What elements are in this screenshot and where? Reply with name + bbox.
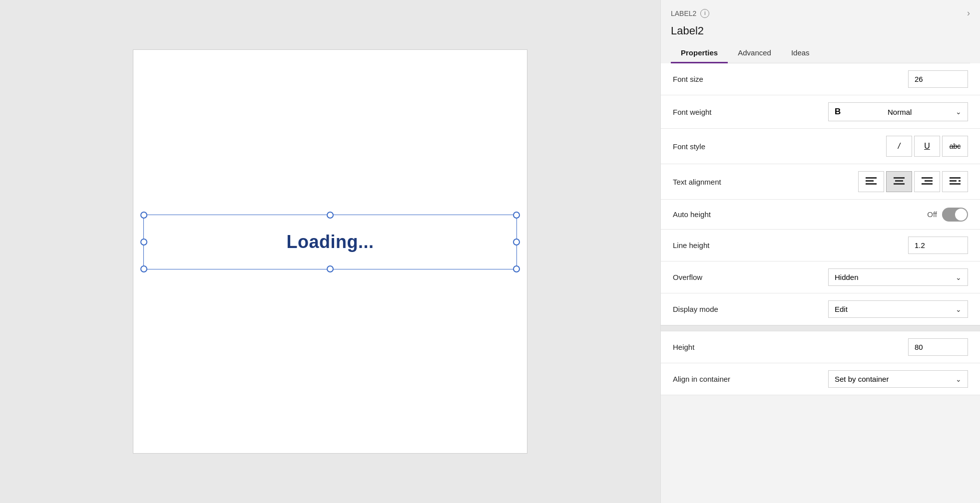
- bold-icon: B: [835, 107, 841, 117]
- overflow-chevron-icon: ⌄: [956, 273, 962, 281]
- font-size-input[interactable]: [908, 70, 968, 88]
- line-height-value: [783, 237, 968, 254]
- align-in-container-selected: Set by container: [835, 375, 889, 383]
- canvas-frame: Loading...: [133, 49, 527, 454]
- align-left-icon: [866, 177, 877, 186]
- font-weight-value: B Normal ⌄: [783, 102, 968, 121]
- svg-rect-3: [894, 177, 905, 179]
- right-panel: LABEL2 i › Label2 Properties Advanced Id…: [660, 0, 980, 503]
- svg-rect-7: [925, 180, 933, 182]
- properties-list: Font size Font weight B Normal ⌄ Font st…: [661, 63, 980, 503]
- align-justify-button[interactable]: [942, 171, 968, 192]
- align-justify-icon: [950, 177, 961, 186]
- align-center-button[interactable]: [886, 171, 912, 192]
- font-weight-chevron-icon: ⌄: [956, 108, 962, 116]
- svg-rect-9: [950, 177, 961, 179]
- line-height-label: Line height: [673, 241, 783, 250]
- prop-font-weight: Font weight B Normal ⌄: [661, 95, 980, 129]
- font-weight-label: Font weight: [673, 108, 783, 116]
- align-in-container-label: Align in container: [673, 375, 783, 383]
- svg-rect-6: [922, 177, 933, 179]
- display-mode-label: Display mode: [673, 305, 783, 313]
- prop-overflow: Overflow Hidden ⌄: [661, 261, 980, 293]
- align-in-container-dropdown[interactable]: Set by container ⌄: [828, 370, 968, 388]
- breadcrumb-label: LABEL2: [671, 9, 696, 17]
- handle-bot-right[interactable]: [513, 265, 520, 272]
- prop-text-alignment: Text alignment: [661, 164, 980, 200]
- line-height-input[interactable]: [908, 237, 968, 254]
- text-alignment-label: Text alignment: [673, 178, 783, 186]
- font-weight-dropdown[interactable]: B Normal ⌄: [828, 102, 968, 121]
- font-size-value: [783, 70, 968, 88]
- chevron-right-icon[interactable]: ›: [967, 8, 970, 18]
- svg-rect-5: [894, 183, 905, 185]
- align-right-button[interactable]: [914, 171, 940, 192]
- display-mode-value: Edit ⌄: [783, 300, 968, 318]
- text-alignment-value: [783, 171, 968, 192]
- auto-height-toggle[interactable]: [942, 208, 968, 222]
- overflow-selected: Hidden: [835, 273, 859, 281]
- align-btn-group: [858, 171, 968, 192]
- prop-align-in-container: Align in container Set by container ⌄: [661, 363, 980, 395]
- section-divider: [661, 325, 980, 331]
- handle-top-mid[interactable]: [327, 212, 334, 219]
- align-right-icon: [922, 177, 933, 186]
- prop-font-style: Font style / U abc: [661, 129, 980, 164]
- strikethrough-button[interactable]: abc: [942, 136, 968, 157]
- handle-top-right[interactable]: [513, 212, 520, 219]
- panel-title: Label2: [671, 21, 970, 43]
- svg-rect-1: [866, 180, 874, 182]
- svg-rect-12: [959, 180, 961, 182]
- panel-header: LABEL2 i › Label2 Properties Advanced Id…: [661, 0, 980, 63]
- toggle-knob: [955, 209, 967, 221]
- svg-rect-0: [866, 177, 877, 179]
- breadcrumb-row: LABEL2 i ›: [671, 5, 970, 21]
- font-style-value: / U abc: [783, 136, 968, 157]
- handle-mid-left[interactable]: [140, 239, 147, 246]
- svg-rect-11: [950, 183, 961, 185]
- display-mode-dropdown[interactable]: Edit ⌄: [828, 300, 968, 318]
- font-style-label: Font style: [673, 142, 783, 151]
- svg-rect-2: [866, 183, 877, 185]
- svg-rect-10: [950, 180, 957, 182]
- underline-button[interactable]: U: [914, 136, 940, 157]
- align-left-button[interactable]: [858, 171, 884, 192]
- display-mode-chevron-icon: ⌄: [956, 305, 962, 313]
- svg-rect-4: [895, 180, 903, 182]
- align-center-icon: [894, 177, 905, 186]
- handle-bot-left[interactable]: [140, 265, 147, 272]
- handle-top-left[interactable]: [140, 212, 147, 219]
- display-mode-selected: Edit: [835, 305, 848, 313]
- tabs-row: Properties Advanced Ideas: [671, 43, 970, 63]
- font-style-btn-group: / U abc: [886, 136, 968, 157]
- tab-properties[interactable]: Properties: [671, 43, 728, 63]
- handle-mid-right[interactable]: [513, 239, 520, 246]
- prop-auto-height: Auto height Off: [661, 200, 980, 230]
- height-input[interactable]: [908, 338, 968, 356]
- handle-bot-mid[interactable]: [327, 265, 334, 272]
- overflow-label: Overflow: [673, 273, 783, 281]
- prop-line-height: Line height: [661, 230, 980, 261]
- italic-button[interactable]: /: [886, 136, 912, 157]
- auto-height-toggle-label: Off: [927, 210, 937, 219]
- auto-height-label: Auto height: [673, 210, 783, 219]
- prop-font-size: Font size: [661, 63, 980, 95]
- font-size-label: Font size: [673, 75, 783, 83]
- auto-height-value: Off: [783, 208, 968, 222]
- align-in-container-value: Set by container ⌄: [783, 370, 968, 388]
- auto-height-toggle-group: Off: [927, 208, 968, 222]
- height-label: Height: [673, 343, 783, 351]
- height-value: [783, 338, 968, 356]
- tab-ideas[interactable]: Ideas: [781, 43, 820, 63]
- tab-advanced[interactable]: Advanced: [728, 43, 781, 63]
- prop-height: Height: [661, 331, 980, 363]
- breadcrumb-info-icon: i: [700, 9, 709, 18]
- prop-display-mode: Display mode Edit ⌄: [661, 293, 980, 325]
- label-loading-text: Loading...: [287, 232, 374, 252]
- label-element[interactable]: Loading...: [143, 215, 517, 269]
- canvas-area: Loading...: [0, 0, 660, 503]
- font-weight-selected: Normal: [888, 108, 912, 116]
- align-in-container-chevron-icon: ⌄: [956, 375, 962, 383]
- overflow-value: Hidden ⌄: [783, 268, 968, 286]
- overflow-dropdown[interactable]: Hidden ⌄: [828, 268, 968, 286]
